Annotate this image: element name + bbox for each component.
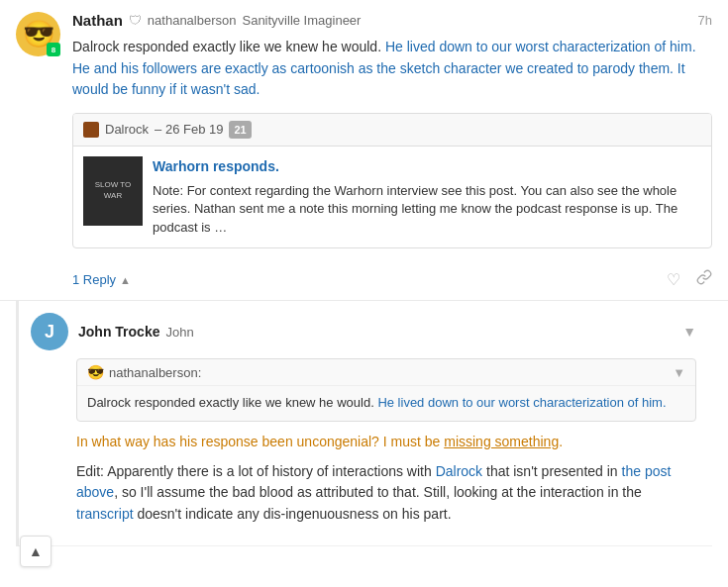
quote-excerpt: Note: For context regarding the Warhorn … (153, 182, 701, 239)
quote-thumbnail: SLOW TO WAR (83, 156, 143, 226)
reply-body: 😎 nathanalberson: ▼ Dalrock responded ex… (76, 358, 696, 526)
reply-section: J John Trocke John ▼ 😎 nathanalberson: ▼ (16, 301, 712, 546)
author-handle[interactable]: nathanalberson (148, 13, 237, 28)
quote-text-block: Warhorn responds. Note: For context rega… (153, 156, 701, 239)
reply-header: J John Trocke John ▼ (31, 313, 696, 350)
avatar: 😎 8 (16, 12, 60, 56)
reply-meta: John Trocke John (78, 324, 194, 340)
reply-paragraph-1: In what way has his response been uncong… (76, 432, 696, 453)
inner-quote-text: Dalrock responded exactly like we knew h… (77, 386, 695, 421)
quote-block: Dalrock – 26 Feb 19 21 SLOW TO WAR Warho… (72, 113, 712, 248)
post-body: Dalrock responded exactly like we knew h… (72, 37, 712, 292)
author-line: Nathan 🛡 nathanalberson Sanityville Imag… (72, 12, 361, 29)
scroll-top-icon: ▲ (29, 543, 43, 559)
heart-icon[interactable]: ♡ (667, 268, 680, 292)
reply-author-handle[interactable]: John (165, 325, 193, 340)
quote-content: SLOW TO WAR Warhorn responds. Note: For … (73, 147, 711, 248)
author-title: Sanityville Imagineer (242, 13, 361, 28)
quote-badge: 21 (229, 121, 251, 140)
action-icons: ♡ (667, 268, 712, 292)
quote-favicon (83, 122, 99, 138)
reply-count[interactable]: 1 Reply ▲ (72, 270, 131, 290)
quote-date: – 26 Feb 19 (155, 120, 223, 140)
reply-count-text: 1 Reply (72, 270, 116, 290)
post-actions: 1 Reply ▲ ♡ (72, 260, 712, 292)
reply-post: J John Trocke John ▼ 😎 nathanalberson: ▼ (19, 301, 712, 546)
quote-thumb-text: SLOW TO WAR (87, 180, 139, 201)
inner-quote-handle: nathanalberson: (109, 365, 201, 380)
inner-quote-header: 😎 nathanalberson: ▼ (77, 359, 695, 386)
inner-quote-author: 😎 nathanalberson: (87, 364, 201, 380)
reply-chevron-icon: ▲ (120, 272, 131, 289)
quote-header: Dalrock – 26 Feb 19 21 (73, 114, 711, 147)
scroll-top-button[interactable]: ▲ (20, 536, 52, 567)
reply-avatar: J (31, 313, 68, 350)
inner-quote-text-content: Dalrock responded exactly like we knew h… (87, 395, 667, 410)
main-post: 😎 8 Nathan 🛡 nathanalberson Sanityville … (0, 0, 728, 301)
inner-quote: 😎 nathanalberson: ▼ Dalrock responded ex… (76, 358, 696, 422)
post-header: Nathan 🛡 nathanalberson Sanityville Imag… (72, 12, 712, 29)
link-icon[interactable] (696, 268, 712, 292)
quote-source: Dalrock (105, 120, 149, 140)
inner-quote-expand-icon[interactable]: ▼ (673, 365, 685, 380)
reply-author-name[interactable]: John Trocke (78, 324, 159, 340)
reply-paragraph-2: Edit: Apparently there is a lot of histo… (76, 461, 696, 526)
post-time: 7h (698, 13, 712, 28)
reply-avatar-letter: J (45, 322, 54, 342)
quote-title[interactable]: Warhorn responds. (153, 156, 701, 177)
post-text: Dalrock responded exactly like we knew h… (72, 37, 712, 101)
trust-icon: 🛡 (129, 13, 142, 28)
author-name[interactable]: Nathan (72, 12, 123, 29)
avatar-badge: 8 (47, 43, 60, 56)
post-text-content: Dalrock responded exactly like we knew h… (72, 39, 696, 97)
inner-quote-emoji: 😎 (87, 364, 104, 380)
collapse-icon[interactable]: ▼ (682, 324, 696, 340)
